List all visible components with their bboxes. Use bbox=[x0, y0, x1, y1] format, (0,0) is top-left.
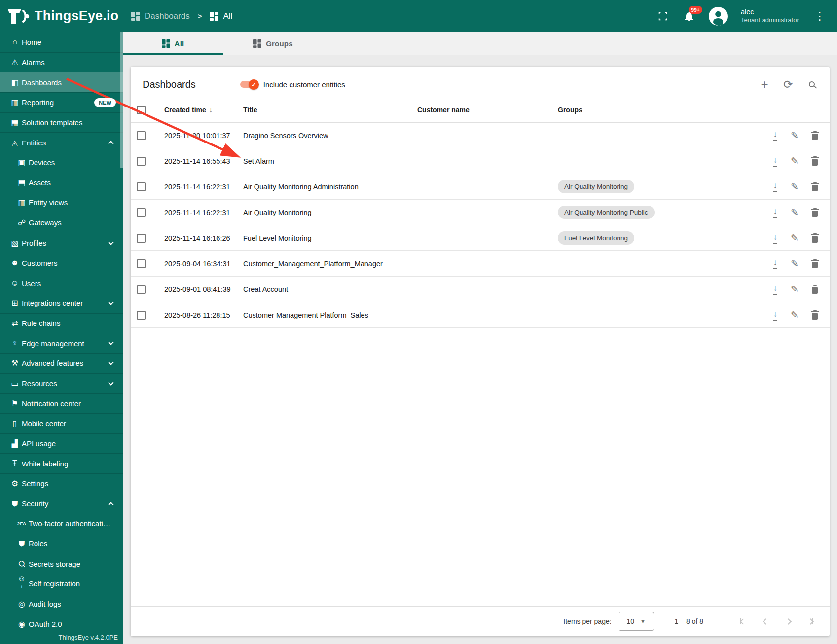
logo-text: ThingsEye.io bbox=[35, 8, 118, 24]
sidebar-item-alarms[interactable]: ⚠Alarms bbox=[0, 52, 123, 72]
download-button[interactable]: ↓ bbox=[773, 232, 778, 244]
last-page-button[interactable] bbox=[805, 615, 817, 627]
download-button[interactable]: ↓ bbox=[773, 155, 778, 167]
next-page-icon bbox=[785, 618, 792, 625]
table-row[interactable]: 2025-11-14 16:16:26Fuel Level Monitoring… bbox=[131, 225, 830, 251]
row-checkbox[interactable] bbox=[137, 311, 146, 320]
sidebar-item-white-labeling[interactable]: ŦWhite labeling bbox=[0, 453, 123, 473]
table-row[interactable]: 2025-09-01 08:41:39Creat Account↓✎ bbox=[131, 277, 830, 302]
select-all-checkbox[interactable] bbox=[137, 106, 146, 114]
download-button[interactable]: ↓ bbox=[773, 309, 778, 321]
delete-button[interactable] bbox=[812, 157, 818, 166]
include-customer-entities-toggle[interactable]: ✓ bbox=[239, 79, 258, 89]
add-dashboard-button[interactable]: + bbox=[755, 74, 774, 94]
edit-button[interactable]: ✎ bbox=[791, 130, 799, 141]
delete-button[interactable] bbox=[812, 285, 818, 294]
table-row[interactable]: 2025-11-14 16:55:43Set Alarm↓✎ bbox=[131, 148, 830, 174]
sidebar-item-edge-management[interactable]: ♆Edge management bbox=[0, 333, 123, 353]
kebab-menu-icon[interactable]: ⋮ bbox=[812, 10, 827, 23]
next-page-button[interactable] bbox=[782, 615, 794, 627]
sidebar-item-audit-logs[interactable]: ◎Audit logs bbox=[0, 594, 123, 614]
avatar[interactable] bbox=[709, 7, 728, 26]
prev-page-button[interactable] bbox=[760, 615, 771, 627]
fullscreen-button[interactable] bbox=[656, 10, 669, 23]
user-info[interactable]: alec Tenant administrator bbox=[741, 7, 799, 25]
delete-button[interactable] bbox=[812, 182, 818, 191]
download-button[interactable]: ↓ bbox=[773, 181, 778, 192]
sidebar-item-home[interactable]: ⌂Home bbox=[0, 32, 123, 52]
row-checkbox[interactable] bbox=[137, 208, 146, 217]
row-checkbox[interactable] bbox=[137, 182, 146, 191]
sidebar-item-api-usage[interactable]: ▟API usage bbox=[0, 433, 123, 454]
sidebar-item-resources[interactable]: ▭Resources bbox=[0, 373, 123, 394]
download-button[interactable]: ↓ bbox=[773, 130, 778, 141]
sidebar-item-label: Reporting bbox=[22, 98, 54, 107]
column-groups[interactable]: Groups bbox=[558, 106, 744, 114]
sidebar-item-entities[interactable]: ◬Entities bbox=[0, 132, 123, 152]
notifications-button[interactable]: 99+ bbox=[683, 10, 695, 23]
table-row[interactable]: 2025-11-14 16:22:31Air Quality Monitorin… bbox=[131, 200, 830, 225]
download-button[interactable]: ↓ bbox=[773, 284, 778, 295]
row-actions: ↓✎ bbox=[744, 232, 818, 244]
column-created-time[interactable]: Created time↓ bbox=[164, 106, 243, 114]
edit-button[interactable]: ✎ bbox=[791, 155, 799, 167]
search-button[interactable] bbox=[802, 74, 822, 94]
row-checkbox[interactable] bbox=[137, 259, 146, 268]
table-row[interactable]: 2025-08-26 11:28:15Customer Management P… bbox=[131, 302, 830, 328]
edit-button[interactable]: ✎ bbox=[791, 258, 799, 269]
sidebar-item-dashboards[interactable]: ◧Dashboards bbox=[0, 72, 123, 92]
refresh-button[interactable]: ⟳ bbox=[778, 74, 798, 94]
delete-button[interactable] bbox=[812, 131, 818, 140]
items-per-page-select[interactable]: 10 ▼ bbox=[619, 612, 654, 631]
table-row[interactable]: 2025-11-14 16:22:31Air Quality Monitorin… bbox=[131, 174, 830, 200]
sidebar-item-assets[interactable]: ▤Assets bbox=[0, 173, 123, 193]
sidebar-item-security[interactable]: ☗Security bbox=[0, 494, 123, 514]
sidebar-item-customers[interactable]: ☻Customers bbox=[0, 253, 123, 273]
app-logo[interactable]: ThingsEye.io bbox=[0, 6, 124, 26]
sidebar-item-two-factor-authentication[interactable]: 2FATwo-factor authenticati… bbox=[0, 514, 123, 534]
row-actions: ↓✎ bbox=[744, 284, 818, 295]
sidebar-item-solution-templates[interactable]: ▦Solution templates bbox=[0, 112, 123, 133]
sidebar-item-entity-views[interactable]: ▥Entity views bbox=[0, 193, 123, 213]
download-button[interactable]: ↓ bbox=[773, 207, 778, 218]
edit-button[interactable]: ✎ bbox=[791, 284, 799, 295]
row-checkbox[interactable] bbox=[137, 157, 146, 166]
row-checkbox[interactable] bbox=[137, 285, 146, 294]
reporting-chart-icon: ▥ bbox=[9, 98, 21, 107]
sidebar-item-users[interactable]: ☺Users bbox=[0, 273, 123, 293]
row-checkbox[interactable] bbox=[137, 234, 146, 243]
sidebar-item-self-registration[interactable]: ☺⁺Self registration bbox=[0, 574, 123, 594]
sidebar-item-devices[interactable]: ▣Devices bbox=[0, 152, 123, 173]
sidebar-item-roles[interactable]: ☗Roles bbox=[0, 534, 123, 554]
sidebar-item-integrations-center[interactable]: ⊞Integrations center bbox=[0, 293, 123, 313]
edit-button[interactable]: ✎ bbox=[791, 207, 799, 218]
delete-button[interactable] bbox=[812, 208, 818, 217]
breadcrumb-all[interactable]: All bbox=[210, 11, 232, 21]
column-customer-name[interactable]: Customer name bbox=[417, 106, 558, 114]
sidebar-item-gateways[interactable]: ☍Gateways bbox=[0, 213, 123, 233]
sidebar-item-advanced-features[interactable]: ⚒Advanced features bbox=[0, 353, 123, 373]
sidebar-item-notification-center[interactable]: ⚑Notification center bbox=[0, 393, 123, 413]
table-row[interactable]: 2025-11-20 10:01:37Dragino Sensors Overv… bbox=[131, 123, 830, 148]
table-row[interactable]: 2025-09-04 16:34:31Customer_Management_P… bbox=[131, 251, 830, 277]
download-button[interactable]: ↓ bbox=[773, 258, 778, 269]
edit-button[interactable]: ✎ bbox=[791, 181, 799, 192]
sidebar-item-mobile-center[interactable]: ▯Mobile center bbox=[0, 413, 123, 433]
tab-groups[interactable]: Groups bbox=[223, 32, 323, 55]
delete-button[interactable] bbox=[812, 234, 818, 243]
row-checkbox[interactable] bbox=[137, 131, 146, 140]
sidebar-item-rule-chains[interactable]: ⇄Rule chains bbox=[0, 313, 123, 333]
sidebar-item-reporting[interactable]: ▥ReportingNEW bbox=[0, 92, 123, 112]
sidebar-item-secrets-storage[interactable]: ϘSecrets storage bbox=[0, 554, 123, 574]
edit-button[interactable]: ✎ bbox=[791, 309, 799, 321]
column-title[interactable]: Title bbox=[243, 106, 417, 114]
tab-all[interactable]: All bbox=[123, 32, 223, 55]
sidebar-item-settings[interactable]: ⚙Settings bbox=[0, 473, 123, 494]
delete-button[interactable] bbox=[812, 259, 818, 268]
sidebar-item-oauth[interactable]: ◉OAuth 2.0 bbox=[0, 614, 123, 634]
sidebar-item-profiles[interactable]: ▧Profiles bbox=[0, 233, 123, 253]
first-page-button[interactable] bbox=[737, 615, 749, 627]
delete-button[interactable] bbox=[812, 311, 818, 320]
edit-button[interactable]: ✎ bbox=[791, 232, 799, 244]
breadcrumb-dashboards[interactable]: Dashboards bbox=[131, 11, 190, 21]
